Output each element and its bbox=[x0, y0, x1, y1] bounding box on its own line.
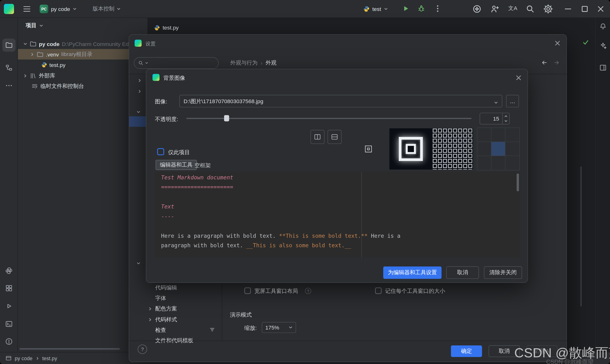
nav-chevron-right-icon[interactable] bbox=[148, 317, 152, 323]
maximize-button[interactable] bbox=[580, 4, 589, 15]
debug-button[interactable] bbox=[417, 4, 426, 14]
nav-chevron-right-icon[interactable] bbox=[148, 306, 152, 312]
anchor-cell-selected[interactable] bbox=[491, 142, 506, 156]
anchor-cell[interactable] bbox=[477, 128, 491, 142]
settings-breadcrumb: 外观与行为 › 外观 bbox=[230, 57, 277, 69]
project-selector[interactable]: PC py code bbox=[40, 3, 77, 15]
structure-tool-icon[interactable] bbox=[2, 61, 16, 74]
only-this-project-checkbox[interactable] bbox=[157, 148, 164, 155]
python-console-icon[interactable] bbox=[2, 264, 16, 277]
run-config-selector[interactable]: test bbox=[363, 3, 388, 15]
tree-row-scratches[interactable]: 临时文件和控制台 bbox=[18, 81, 148, 91]
widescreen-checkbox[interactable] bbox=[244, 287, 251, 294]
tree-label: 外部库 bbox=[39, 72, 55, 79]
anchor-cell[interactable] bbox=[477, 142, 491, 156]
tree-row-project-root[interactable]: py code D:\PyCharm Community Ed bbox=[18, 39, 148, 49]
image-path-input[interactable]: D:\图片\17187070803037568.jpg bbox=[180, 95, 502, 107]
breadcrumb-parent[interactable]: 外观与行为 bbox=[230, 60, 258, 66]
chevron-down-icon[interactable] bbox=[504, 119, 508, 122]
vcs-widget[interactable]: 版本控制 bbox=[93, 3, 121, 15]
set-for-editor-button[interactable]: 为编辑器和工具设置 bbox=[383, 266, 441, 279]
anchor-cell[interactable] bbox=[506, 156, 519, 170]
anchor-cell[interactable] bbox=[506, 142, 519, 156]
nav-chevron-right-icon[interactable] bbox=[138, 78, 142, 84]
more-tools-icon[interactable] bbox=[2, 79, 16, 92]
clear-and-close-button[interactable]: 清除并关闭 bbox=[484, 266, 522, 279]
split-horizontal-button[interactable] bbox=[328, 130, 342, 144]
opacity-spinner[interactable]: 15 bbox=[480, 113, 510, 124]
pycharm-logo-icon[interactable] bbox=[4, 4, 14, 14]
activity-bar bbox=[0, 18, 18, 352]
inspection-profile-icon[interactable] bbox=[209, 327, 215, 334]
nav-chevron-right-icon[interactable] bbox=[138, 88, 142, 95]
chevron-down-icon[interactable] bbox=[494, 100, 498, 106]
chevron-up-icon[interactable] bbox=[504, 115, 508, 118]
split-vertical-button[interactable] bbox=[311, 130, 324, 144]
settings-close-icon[interactable] bbox=[553, 39, 562, 49]
background-dialog-close-icon[interactable] bbox=[514, 74, 523, 83]
tab-editor-and-tools[interactable]: 编辑器和工具 bbox=[156, 160, 197, 170]
problems-tool-icon[interactable] bbox=[2, 335, 16, 348]
actual-size-preview-icon[interactable] bbox=[364, 145, 373, 154]
browse-button[interactable]: … bbox=[506, 95, 519, 107]
help-icon[interactable]: ? bbox=[305, 288, 311, 294]
settings-search-input[interactable] bbox=[134, 57, 219, 69]
terminal-tool-icon[interactable] bbox=[2, 317, 16, 331]
anchor-cell[interactable] bbox=[491, 128, 506, 142]
nav-item-color-scheme[interactable]: 配色方案 bbox=[155, 304, 177, 313]
ai-assistant-icon[interactable] bbox=[472, 4, 481, 15]
project-tool-icon[interactable] bbox=[2, 39, 16, 52]
close-button[interactable] bbox=[596, 4, 605, 15]
forward-arrow-icon[interactable] bbox=[553, 59, 560, 67]
chevron-down-icon bbox=[384, 7, 388, 11]
editor-scrollbar[interactable] bbox=[581, 167, 582, 307]
anchor-grid bbox=[477, 128, 520, 170]
ai-chat-icon[interactable] bbox=[599, 42, 607, 51]
nav-item-code-editing[interactable]: 代码编辑 bbox=[155, 284, 177, 292]
anchor-cell[interactable] bbox=[506, 128, 519, 142]
ok-button[interactable]: 确定 bbox=[451, 345, 482, 357]
database-panel-icon[interactable] bbox=[599, 64, 607, 73]
status-crumb-file[interactable]: test.py bbox=[42, 355, 57, 361]
translate-icon[interactable]: 文A bbox=[508, 5, 518, 12]
preview-scrollbar[interactable] bbox=[517, 173, 519, 191]
zoom-value: 175% bbox=[265, 325, 279, 331]
horizontal-scrollbar[interactable] bbox=[20, 348, 120, 350]
back-arrow-icon[interactable] bbox=[541, 59, 547, 67]
tiled-image-preview[interactable] bbox=[433, 128, 473, 169]
tree-row-testpy[interactable]: test.py bbox=[18, 60, 148, 70]
cancel-button[interactable]: 取消 bbox=[446, 266, 479, 279]
settings-gear-icon[interactable] bbox=[544, 4, 553, 15]
chevron-down-icon bbox=[145, 62, 148, 65]
nav-item-code-style[interactable]: 代码样式 bbox=[155, 315, 177, 324]
code-with-me-icon[interactable] bbox=[490, 4, 499, 15]
remember-size-checkbox[interactable] bbox=[375, 287, 382, 294]
tab-empty-frame[interactable]: 空框架 bbox=[195, 162, 211, 169]
notifications-bell-icon[interactable] bbox=[599, 23, 607, 32]
run-tool-icon[interactable] bbox=[2, 299, 16, 313]
project-panel-header[interactable]: 项目 bbox=[26, 22, 43, 29]
help-icon[interactable]: ? bbox=[138, 345, 147, 354]
status-crumb-project[interactable]: py code bbox=[15, 355, 32, 361]
spinner-arrows[interactable] bbox=[502, 113, 509, 124]
nav-chevron-down-icon[interactable] bbox=[137, 109, 140, 115]
search-everywhere-icon[interactable] bbox=[526, 4, 535, 15]
inspection-ok-icon[interactable] bbox=[583, 40, 589, 46]
opacity-slider-thumb[interactable] bbox=[224, 115, 229, 121]
nav-item-inspections[interactable]: 检查 bbox=[155, 326, 166, 335]
python-packages-icon[interactable] bbox=[2, 282, 16, 295]
tree-row-venv[interactable]: .venv library根目录 bbox=[18, 49, 148, 60]
anchor-cell[interactable] bbox=[477, 156, 491, 170]
anchor-cell[interactable] bbox=[491, 156, 506, 170]
more-actions-icon[interactable] bbox=[433, 4, 442, 14]
scaled-image-preview[interactable] bbox=[389, 128, 432, 169]
run-button[interactable] bbox=[402, 4, 410, 14]
main-menu-icon[interactable] bbox=[23, 5, 31, 14]
nav-item-font[interactable]: 字体 bbox=[155, 294, 166, 302]
nav-chevron-down-icon[interactable] bbox=[137, 260, 140, 266]
minimize-button[interactable] bbox=[563, 4, 572, 15]
project-avatar: PC bbox=[40, 5, 48, 13]
tree-row-external-libs[interactable]: 外部库 bbox=[18, 70, 148, 81]
zoom-select[interactable]: 175% bbox=[262, 322, 296, 333]
image-path-value: D:\图片\17187070803037568.jpg bbox=[184, 98, 263, 105]
